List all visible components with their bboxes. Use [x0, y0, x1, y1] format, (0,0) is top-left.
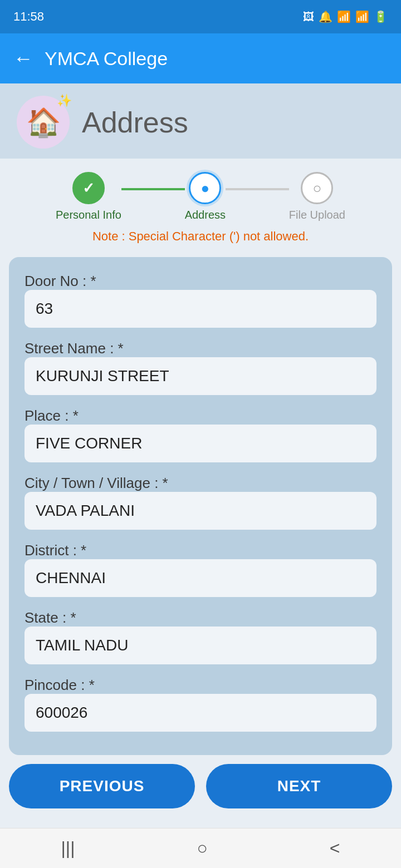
header-section: 🏠 Address: [0, 83, 401, 159]
step-circle-done: ✓: [72, 172, 105, 204]
nav-menu-icon[interactable]: |||: [61, 838, 75, 859]
header-title: Address: [82, 106, 188, 139]
door-no-input[interactable]: [25, 290, 376, 328]
note-text: Note : Special Character (') not allowed…: [92, 229, 309, 243]
step-label-address: Address: [185, 209, 226, 221]
city-group: City / Town / Village : *: [25, 475, 376, 530]
gallery-icon: 🖼: [303, 11, 314, 23]
note-section: Note : Special Character (') not allowed…: [0, 221, 401, 249]
state-group: State : *: [25, 609, 376, 664]
wifi-icon: 📶: [337, 10, 351, 23]
step-label-file-upload: File Upload: [289, 209, 345, 221]
place-label: Place : *: [25, 407, 79, 424]
door-no-label: Door No : *: [25, 273, 96, 289]
previous-button[interactable]: PREVIOUS: [9, 764, 195, 808]
stepper-row: ✓ Personal Info ● Address ○ File Upload: [56, 172, 345, 221]
notification-icon: 🔔: [319, 10, 332, 23]
step-line-2: [226, 188, 289, 190]
street-name-group: Street Name : *: [25, 340, 376, 395]
district-label: District : *: [25, 542, 86, 559]
pincode-input[interactable]: [25, 694, 376, 732]
button-row: PREVIOUS NEXT: [9, 764, 392, 808]
bottom-nav: ||| ○ <: [0, 828, 401, 868]
status-icons: 🖼 🔔 📶 📶 🔋: [303, 10, 388, 23]
step-label-personal: Personal Info: [56, 209, 121, 221]
app-bar-title: YMCA College: [45, 48, 168, 70]
door-no-group: Door No : *: [25, 273, 376, 328]
step-personal-info: ✓ Personal Info: [56, 172, 121, 221]
step-circle-inactive: ○: [301, 172, 333, 204]
street-name-input[interactable]: [25, 357, 376, 395]
city-input[interactable]: [25, 492, 376, 530]
nav-home-icon[interactable]: ○: [197, 838, 207, 859]
step-circle-active: ●: [189, 172, 221, 204]
status-bar: 11:58 🖼 🔔 📶 📶 🔋: [0, 0, 401, 33]
status-time: 11:58: [13, 9, 44, 24]
city-label: City / Town / Village : *: [25, 475, 168, 491]
street-name-label: Street Name : *: [25, 340, 124, 357]
place-input[interactable]: [25, 425, 376, 462]
battery-icon: 🔋: [374, 10, 388, 23]
step-line-1: [121, 188, 185, 190]
place-group: Place : *: [25, 407, 376, 462]
state-input[interactable]: [25, 627, 376, 664]
step-file-upload: ○ File Upload: [289, 172, 345, 221]
signal-icon: 📶: [355, 10, 369, 23]
nav-back-icon[interactable]: <: [330, 838, 340, 859]
back-button[interactable]: ←: [13, 47, 33, 70]
stepper-section: ✓ Personal Info ● Address ○ File Upload: [0, 159, 401, 221]
district-group: District : *: [25, 542, 376, 597]
house-icon: 🏠: [26, 106, 61, 139]
pincode-label: Pincode : *: [25, 677, 95, 693]
district-input[interactable]: [25, 559, 376, 597]
app-bar: ← YMCA College: [0, 33, 401, 83]
form-container: Door No : * Street Name : * Place : * Ci…: [9, 257, 392, 755]
state-label: State : *: [25, 609, 76, 626]
step-address: ● Address: [185, 172, 226, 221]
next-button[interactable]: NEXT: [206, 764, 392, 808]
header-icon: 🏠: [17, 96, 70, 149]
pincode-group: Pincode : *: [25, 677, 376, 732]
